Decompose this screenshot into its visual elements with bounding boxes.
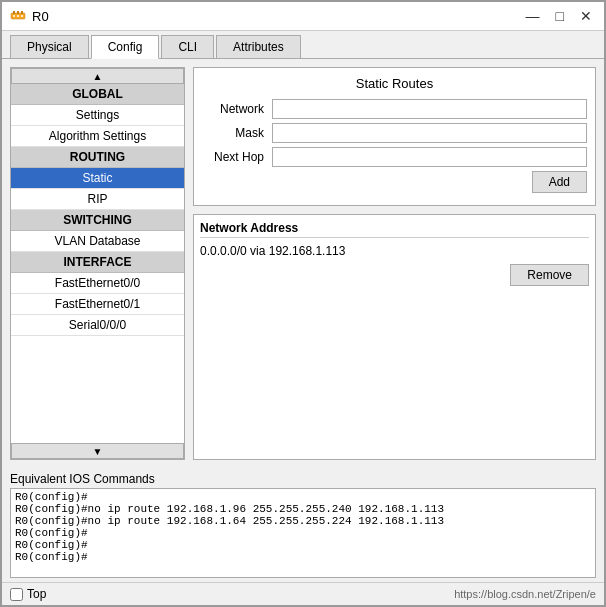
sidebar-item-fastethernet01[interactable]: FastEthernet0/1 — [11, 294, 184, 315]
sidebar-scroll-down[interactable]: ▼ — [11, 443, 184, 459]
sidebar: ▲ GLOBAL Settings Algorithm Settings ROU… — [10, 67, 185, 460]
static-routes-box: Static Routes Network Mask Next Hop Add — [193, 67, 596, 206]
next-hop-row: Next Hop — [202, 147, 587, 167]
ios-line-1: R0(config)#no ip route 192.168.1.96 255.… — [15, 503, 591, 515]
sidebar-item-serial000[interactable]: Serial0/0/0 — [11, 315, 184, 336]
title-left: R0 — [10, 8, 49, 24]
ios-line-5: R0(config)# — [15, 551, 591, 563]
tabs-bar: Physical Config CLI Attributes — [2, 31, 604, 59]
app-icon — [10, 8, 26, 24]
network-label: Network — [202, 102, 272, 116]
main-window: R0 — □ ✕ Physical Config CLI Attributes … — [0, 0, 606, 607]
sidebar-item-settings[interactable]: Settings — [11, 105, 184, 126]
add-row: Add — [202, 171, 587, 193]
network-row: Network — [202, 99, 587, 119]
svg-point-5 — [17, 15, 19, 17]
next-hop-label: Next Hop — [202, 150, 272, 164]
sidebar-item-vlan-database[interactable]: VLAN Database — [11, 231, 184, 252]
network-input[interactable] — [272, 99, 587, 119]
next-hop-input[interactable] — [272, 147, 587, 167]
sidebar-item-static[interactable]: Static — [11, 168, 184, 189]
sidebar-scroll-up[interactable]: ▲ — [11, 68, 184, 84]
remove-button[interactable]: Remove — [510, 264, 589, 286]
mask-label: Mask — [202, 126, 272, 140]
ios-commands-box[interactable]: R0(config)# R0(config)#no ip route 192.1… — [10, 488, 596, 578]
status-url: https://blog.csdn.net/Zripen/e — [454, 588, 596, 600]
top-checkbox-area: Top — [10, 587, 46, 601]
tab-config[interactable]: Config — [91, 35, 160, 59]
maximize-button[interactable]: □ — [552, 8, 568, 24]
add-button[interactable]: Add — [532, 171, 587, 193]
svg-point-4 — [13, 15, 15, 17]
bottom-panel: Equivalent IOS Commands R0(config)# R0(c… — [2, 468, 604, 582]
content-area: ▲ GLOBAL Settings Algorithm Settings ROU… — [2, 59, 604, 468]
sidebar-header-routing: ROUTING — [11, 147, 184, 168]
tab-physical[interactable]: Physical — [10, 35, 89, 58]
sidebar-item-rip[interactable]: RIP — [11, 189, 184, 210]
sidebar-item-fastethernet00[interactable]: FastEthernet0/0 — [11, 273, 184, 294]
top-label: Top — [27, 587, 46, 601]
sidebar-header-switching: SWITCHING — [11, 210, 184, 231]
svg-rect-2 — [17, 11, 19, 14]
svg-point-6 — [21, 15, 23, 17]
static-routes-title: Static Routes — [202, 76, 587, 91]
mask-input[interactable] — [272, 123, 587, 143]
network-address-box: Network Address 0.0.0.0/0 via 192.168.1.… — [193, 214, 596, 460]
sidebar-item-algorithm-settings[interactable]: Algorithm Settings — [11, 126, 184, 147]
tab-attributes[interactable]: Attributes — [216, 35, 301, 58]
top-checkbox[interactable] — [10, 588, 23, 601]
ios-commands-label: Equivalent IOS Commands — [10, 472, 596, 486]
title-bar: R0 — □ ✕ — [2, 2, 604, 31]
network-address-entry-0[interactable]: 0.0.0.0/0 via 192.168.1.113 — [200, 242, 589, 260]
window-title: R0 — [32, 9, 49, 24]
ios-line-0: R0(config)# — [15, 491, 591, 503]
main-panel: Static Routes Network Mask Next Hop Add — [193, 67, 596, 460]
ios-line-4: R0(config)# — [15, 539, 591, 551]
sidebar-header-interface: INTERFACE — [11, 252, 184, 273]
tab-cli[interactable]: CLI — [161, 35, 214, 58]
svg-rect-3 — [21, 11, 23, 14]
title-controls: — □ ✕ — [522, 8, 596, 24]
network-address-header: Network Address — [200, 221, 589, 238]
close-button[interactable]: ✕ — [576, 8, 596, 24]
ios-line-2: R0(config)#no ip route 192.168.1.64 255.… — [15, 515, 591, 527]
remove-row: Remove — [200, 264, 589, 286]
status-bar: Top https://blog.csdn.net/Zripen/e — [2, 582, 604, 605]
sidebar-header-global: GLOBAL — [11, 84, 184, 105]
svg-rect-1 — [13, 11, 15, 14]
mask-row: Mask — [202, 123, 587, 143]
ios-line-3: R0(config)# — [15, 527, 591, 539]
minimize-button[interactable]: — — [522, 8, 544, 24]
